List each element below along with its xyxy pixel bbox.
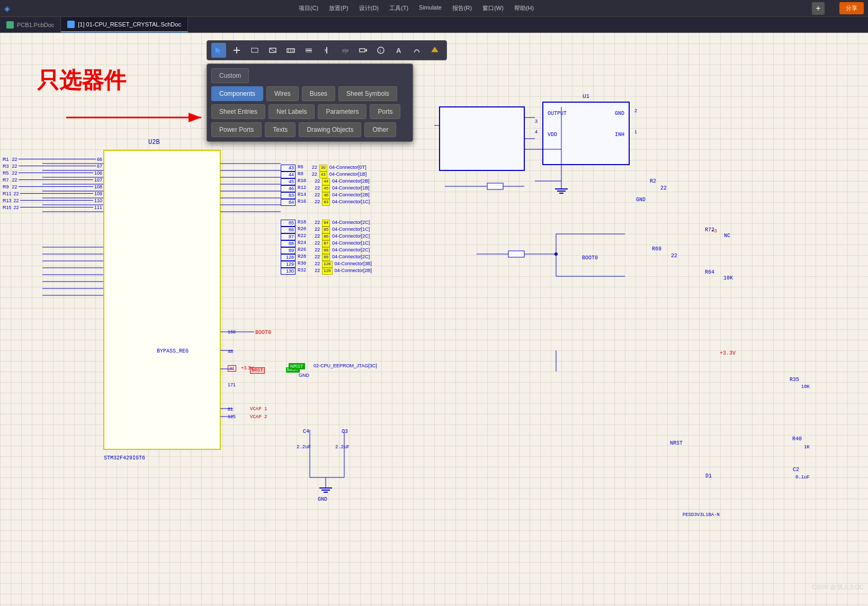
toolbar-pin-btn[interactable]: #|# [337,43,352,58]
dropdown-row-1: Components Wires Buses Sheet Symbols [211,86,408,101]
toolbar-poly-btn[interactable] [427,43,442,58]
resistor-row-r1: R1 22 66 [3,156,106,162]
chip-pi8-pins: PI8 PI9 PI10 PI11 [106,411,154,438]
parameters-button[interactable]: Parameters [318,104,366,119]
toolbar-add-btn[interactable] [229,43,244,58]
resistor-row-r9: R9 22 108 [3,183,106,190]
texts-button[interactable]: Texts [265,122,296,137]
ports-button[interactable]: Ports [370,104,400,119]
dropdown-custom-row: Custom [211,68,408,83]
toolbar-component-btn[interactable] [283,43,298,58]
components-button[interactable]: Components [211,86,263,101]
sch-icon [67,21,75,28]
menu-project[interactable]: 项目(C) [297,3,320,13]
boot0-pin: 166 [228,329,236,334]
u1-component: U1 OUTPUT GND VDD INH 2 1 3 4 [542,102,630,165]
chip-right-pins: PH0-OSC_IN(PH0) PH1-OSC_OUT(PH1) PH2 PH3… [164,153,222,277]
svg-rect-67 [252,48,258,52]
toolbar: #|# i A [207,40,447,60]
toolbar-port-btn[interactable] [355,43,370,58]
resistor-row-r15: R15 22 111 [3,204,106,211]
resistor-row-r3: R3 22 67 [3,162,106,169]
wires-button[interactable]: Wires [266,86,299,101]
resistor-row-r11: R11 22 109 [3,190,106,197]
tab-schematic[interactable]: [1] 01-CPU_RESET_CRYSTAL.SchDoc [61,17,188,32]
svg-text:A: A [396,47,401,55]
resistor-row-r5: R5 22 106 [3,169,106,176]
watermark-text: CSDN @ 筑人主QC [812,583,864,591]
menu-design[interactable]: 设计(D) [357,3,381,13]
toolbar-wire-btn[interactable] [301,43,316,58]
net-labels-button[interactable]: Net Labels [269,104,315,119]
resistor-row-r7: R7 22 107 [3,176,106,183]
other-button[interactable]: Other [364,122,396,137]
gnd-nrst: GND [299,373,309,378]
menu-window[interactable]: 窗口(W) [480,3,506,13]
dropdown-row-3: Power Ports Texts Drawing Objects Other [211,122,408,137]
sheet-entries-button[interactable]: Sheet Entries [211,104,265,119]
buses-button[interactable]: Buses [302,86,335,101]
svg-rect-81 [360,49,365,52]
toolbar-arc-btn[interactable] [409,43,424,58]
toolbar-bus-btn[interactable] [319,43,334,58]
svg-text:i: i [380,48,381,53]
dropdown-row-2: Sheet Entries Net Labels Parameters Port… [211,104,408,119]
add-tab-button[interactable]: + [812,2,825,15]
menu-report[interactable]: 报告(R) [450,3,474,13]
nrst-signal: +3.3V [241,365,254,370]
resistor-row-r13: R13 22 110 [3,197,106,204]
tab-pcb[interactable]: PCB1.PcbDoc [0,17,61,32]
vcap2-pin: 125 [228,414,236,419]
svg-text:#|#: #|# [342,48,348,53]
app-icon: ◈ [4,4,10,13]
chip-pi-right-pins: BOOT0 BYPASS_REG NRST PDR_ON [175,327,217,375]
nrst-green-label: NRST [289,363,305,369]
toolbar-param-btn[interactable]: i [373,43,388,58]
svg-marker-86 [432,47,438,52]
chip-vcap-pins: VCAP_1 VCAP_2 [175,411,217,424]
share-button[interactable]: 分享 [839,2,864,14]
svg-point-83 [378,47,384,53]
u1-inh-label: INH [615,132,624,138]
menu-place[interactable]: 放置(P) [327,3,351,13]
title-bar: ◈ 项目(C) 放置(P) 设计(D) 工具(T) Simulate 报告(R)… [0,0,868,17]
toolbar-text-btn[interactable]: A [391,43,406,58]
schematic-canvas[interactable]: BOOT0 BYPASS_REG [0,33,868,606]
pcb-icon [6,21,14,29]
bypass-pin: 48 [228,349,233,354]
svg-line-69 [270,48,276,52]
u1-vdd-label: VDD [548,132,557,138]
connector-table: 43 R6 22 30 04-Connector[0T] 44 R8 22 43… [281,165,372,275]
toolbar-stretch-btn[interactable] [265,43,280,58]
custom-button[interactable]: Custom [211,68,249,83]
u1-output-label: OUTPUT [548,111,567,116]
u1-gnd-label: GND [615,111,624,116]
toolbar-rect-btn[interactable] [247,43,262,58]
sheet-symbols-button[interactable]: Sheet Symbols [338,86,397,101]
toolbar-select-btn[interactable] [211,43,226,58]
u1-label: U1 [583,93,589,100]
menu-tools[interactable]: 工具(T) [387,3,410,13]
menu-simulate[interactable]: Simulate [417,3,444,13]
drawing-objects-button[interactable]: Drawing Objects [299,122,361,137]
menu-bar: 项目(C) 放置(P) 设计(D) 工具(T) Simulate 报告(R) 窗… [10,3,822,13]
vcap1-pin: 81 [228,406,233,412]
title-bar-right: + 分享 [822,2,864,15]
grid-background [0,33,868,606]
pdr-pin: 171 [228,382,236,387]
menu-help[interactable]: 帮助(H) [512,3,536,13]
tab-bar: PCB1.PcbDoc [1] 01-CPU_RESET_CRYSTAL.Sch… [0,17,868,33]
nrst-connector: 02-CPU_EEPROM_JTAG[3C] [314,363,377,368]
title-bar-left: ◈ [4,4,10,13]
nrst-pin-label: 31 [228,365,236,372]
filter-dropdown: Custom Components Wires Buses Sheet Symb… [207,64,413,142]
resistor-table: R1 22 66 R3 22 67 R5 22 106 R7 [3,156,106,211]
chip-left-pins: PG0 PG1 PG2 PG3 PG4 PG5 PG6 PG7 PG8 PG9 … [106,153,154,277]
main-area: BOOT0 BYPASS_REG [0,33,868,606]
power-ports-button[interactable]: Power Ports [211,122,262,137]
chip-pi-pins: PI0 PI1 PI2 PI3 PI4 PI5 PI6 PI7 [106,327,154,382]
